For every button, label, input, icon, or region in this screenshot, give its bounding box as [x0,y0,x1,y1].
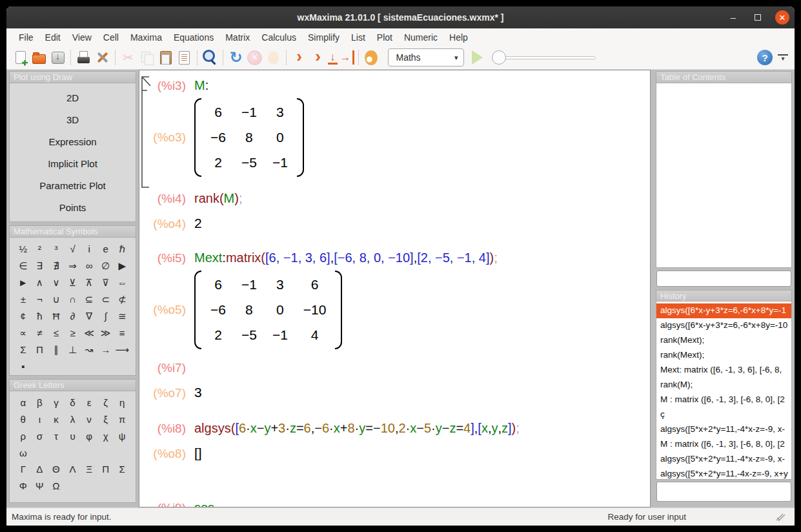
math-symbol-button[interactable]: ∫ [97,309,114,323]
math-symbol-button[interactable]: ≅ [114,309,130,323]
math-symbol-button[interactable]: ∂ [65,309,81,323]
menu-edit[interactable]: Edit [39,30,66,45]
menu-plot[interactable]: Plot [371,30,398,45]
math-symbol-button[interactable]: ∅ [97,258,114,273]
find-icon[interactable] [201,49,219,66]
greek-letter-button[interactable]: Ω [48,478,65,493]
interrupt-icon[interactable]: ✕ [246,49,263,66]
math-symbol-button[interactable]: ≡ [114,325,130,340]
math-symbol-button[interactable]: ∃ [32,258,48,273]
greek-letter-button[interactable]: Σ [114,462,130,476]
worksheet-cell-i5[interactable]: (%i5)Mext: matrix ([6, −1, 3, 6], [−6, 8… [148,249,650,267]
math-symbol-button[interactable]: e [97,241,114,256]
menu-help[interactable]: Help [443,30,474,45]
math-symbol-button[interactable]: ℏ [114,241,130,256]
greek-letter-button[interactable]: τ [48,429,65,444]
slider-knob[interactable] [492,50,506,65]
history-item[interactable]: ç [656,407,791,422]
greek-letter-button[interactable]: ξ [97,412,114,427]
math-symbol-button[interactable]: ↝ [81,342,97,357]
plot-button-points[interactable]: Points [10,196,136,218]
math-symbol-button[interactable]: ¢ [15,309,32,323]
history-item[interactable]: M : matrix ([6, -1, 3], [-6, 8, 0], [2 [656,393,791,407]
menu-matrix[interactable]: Matrix [219,30,256,45]
greek-letter-button[interactable]: φ [81,429,97,444]
greek-letter-button[interactable]: ζ [97,395,114,410]
math-symbol-button[interactable]: → [97,342,114,357]
worksheet-cell-i4[interactable]: (%i4)rank(M); [148,190,650,207]
plot-button-2d[interactable]: 2D [10,87,136,108]
save-icon[interactable]: ↓ [49,49,66,66]
history-item[interactable]: Mext: matrix ([6, -1, 3, 6], [-6, 8, [656,363,791,378]
math-symbol-button[interactable]: Σ [15,342,32,357]
toolbar-overflow-icon[interactable]: ▾ [778,54,788,61]
menu-view[interactable]: View [66,30,97,45]
math-symbol-button[interactable]: ≫ [97,325,114,340]
mode-dropdown[interactable]: Maths ▾ [388,48,464,66]
plot-button-parametric-plot[interactable]: Parametric Plot [10,174,136,196]
math-symbol-button[interactable]: Π [32,342,48,357]
greek-letter-button[interactable]: Ξ [81,462,97,476]
cut-icon[interactable]: ✂ [119,49,137,66]
history-item[interactable]: rank(M); [656,378,791,393]
open-icon[interactable] [30,49,48,66]
greek-letter-button[interactable]: γ [48,395,65,410]
menu-file[interactable]: File [13,30,39,45]
toc-filter-input[interactable] [656,271,791,287]
new-document-icon[interactable] [12,49,29,66]
paste-icon[interactable] [157,49,174,66]
math-symbol-button[interactable]: ² [32,241,48,256]
greek-letter-button[interactable]: Λ [65,462,81,476]
history-item[interactable]: algsys([5*x+2*y=11,-4*x-z=-9, x- [656,422,791,437]
restart-maxima-icon[interactable]: ↻ [227,49,245,66]
math-symbol-button[interactable]: ∞ [81,258,97,273]
math-symbol-button[interactable]: ⊼ [81,275,97,290]
history-item[interactable]: algsys([6*x-y+3*z=6,-6*x+8y=-10 [656,318,791,333]
help-icon[interactable]: ? [757,50,773,65]
maximize-button[interactable] [751,10,765,25]
math-symbol-button[interactable]: Ħ [48,309,65,323]
math-symbol-button[interactable]: ∝ [15,325,32,340]
math-symbol-button[interactable]: ▶ [114,258,130,273]
greek-letter-button[interactable]: ρ [15,429,32,444]
menu-simplify[interactable]: Simplify [302,30,345,45]
greek-letter-button[interactable]: η [114,395,130,410]
greek-letter-button[interactable]: λ [65,412,81,427]
math-symbol-button[interactable]: ± [15,292,32,307]
history-item[interactable]: algsys([5*x+2*y=11,-4x-z=-9, x+y [656,467,791,480]
math-symbol-button[interactable]: ⊄ [114,292,130,307]
hide-code-icon[interactable] [363,49,380,66]
math-symbol-button[interactable]: ∇ [81,309,97,323]
greek-letter-button[interactable]: Π [97,462,114,476]
math-symbol-button[interactable]: ½ [15,241,32,256]
greek-letter-button[interactable]: ν [81,412,97,427]
greek-letter-button[interactable]: Γ [15,462,32,476]
history-item[interactable]: rank(Mext); [656,333,791,348]
worksheet-partial-cell[interactable]: (%i9)sos [148,499,214,507]
greek-letter-button[interactable]: χ [97,429,114,444]
math-symbol-button[interactable]: ∩ [65,292,81,307]
history-item[interactable]: M : matrix ([6, -1, 3], [-6, 8, 0], [2 [656,437,791,452]
worksheet-cell-i3[interactable]: (%i3)M : [148,77,650,94]
plot-button-3d[interactable]: 3D [10,108,136,130]
menu-list[interactable]: List [345,30,371,45]
minimize-button[interactable]: – [726,10,740,25]
greek-letter-button[interactable]: π [114,412,130,427]
greek-letter-button[interactable]: υ [65,429,81,444]
menu-maxima[interactable]: Maxima [125,30,168,45]
menu-equations[interactable]: Equations [168,30,219,45]
menu-cell[interactable]: Cell [97,30,125,45]
animation-slider[interactable] [492,50,596,65]
greek-letter-button[interactable]: Ψ [32,478,48,493]
plot-button-implicit-plot[interactable]: Implicit Plot [10,152,136,174]
math-symbol-button[interactable]: ⟶ [114,342,130,357]
cell-bracket[interactable] [141,76,152,192]
play-animation-icon[interactable] [472,50,483,65]
greek-letter-button[interactable]: ι [32,412,48,427]
math-symbol-button[interactable]: ∪ [48,292,65,307]
evaluate-rest-icon[interactable]: → [339,50,354,65]
math-symbol-button[interactable]: ≥ [65,325,81,340]
follow-icon[interactable] [265,49,282,66]
menu-numeric[interactable]: Numeric [398,30,443,45]
configure-icon[interactable] [94,49,111,66]
